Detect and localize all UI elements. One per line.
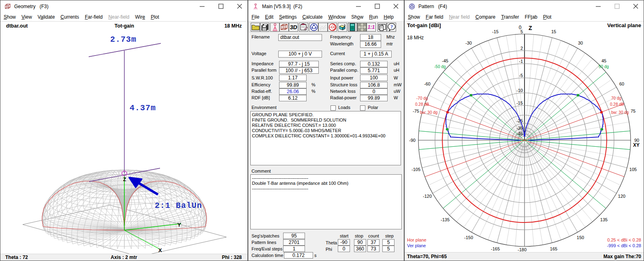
svg-text:2.73m: 2.73m bbox=[110, 35, 136, 44]
svg-text:Z: Z bbox=[123, 177, 126, 182]
svg-text:120: 120 bbox=[618, 194, 625, 199]
svg-text:45: 45 bbox=[601, 58, 606, 63]
svg-text:-5: -5 bbox=[519, 73, 523, 78]
svg-text:150: 150 bbox=[577, 235, 584, 240]
svg-text:0.28 dB: 0.28 dB bbox=[610, 102, 624, 107]
svg-text:-45: -45 bbox=[442, 58, 448, 63]
svg-text:-30: -30 bbox=[465, 41, 472, 45]
svg-text:-50 dg: -50 dg bbox=[434, 64, 446, 69]
svg-text:bw: 30 dg: bw: 30 dg bbox=[611, 110, 629, 115]
svg-text:X: X bbox=[158, 247, 162, 253]
svg-text:-180: -180 bbox=[518, 247, 527, 252]
svg-text:XY: XY bbox=[633, 142, 640, 148]
svg-text:-10: -10 bbox=[516, 88, 523, 93]
svg-text:-90: -90 bbox=[409, 138, 416, 143]
svg-text:165: 165 bbox=[550, 246, 557, 251]
svg-text:30: 30 bbox=[578, 41, 583, 45]
svg-text:-70 dg: -70 dg bbox=[416, 96, 428, 101]
svg-text:60: 60 bbox=[619, 81, 624, 86]
svg-text:135: 135 bbox=[600, 217, 608, 222]
svg-text:bw: 30 dg: bw: 30 dg bbox=[420, 110, 437, 115]
svg-text:75: 75 bbox=[631, 109, 635, 113]
svg-text:2: 2 bbox=[520, 46, 523, 51]
svg-text:0.28 dB: 0.28 dB bbox=[415, 102, 429, 107]
svg-text:-120: -120 bbox=[423, 194, 432, 199]
svg-text:-45: -45 bbox=[516, 131, 523, 136]
svg-text:Y: Y bbox=[177, 222, 181, 228]
svg-text:-75: -75 bbox=[413, 109, 419, 113]
svg-text:4.37m: 4.37m bbox=[130, 103, 156, 113]
svg-text:-105: -105 bbox=[412, 167, 420, 172]
svg-text:-15: -15 bbox=[516, 101, 523, 105]
svg-text:2:1 BalUn: 2:1 BalUn bbox=[155, 201, 202, 210]
svg-text:-165: -165 bbox=[491, 246, 500, 251]
svg-text:-35: -35 bbox=[516, 126, 523, 130]
svg-text:15: 15 bbox=[551, 29, 556, 34]
svg-text:-150: -150 bbox=[464, 235, 473, 240]
svg-text:70 dg: 70 dg bbox=[611, 96, 621, 101]
svg-text:-135: -135 bbox=[441, 217, 450, 222]
svg-text:50 dg: 50 dg bbox=[599, 64, 609, 69]
svg-text:0: 0 bbox=[519, 25, 522, 30]
svg-text:-15: -15 bbox=[492, 29, 499, 34]
svg-text:105: 105 bbox=[629, 167, 637, 172]
svg-text:-60: -60 bbox=[424, 81, 431, 86]
svg-text:-1: -1 bbox=[519, 59, 523, 64]
svg-text:Z: Z bbox=[529, 25, 532, 31]
